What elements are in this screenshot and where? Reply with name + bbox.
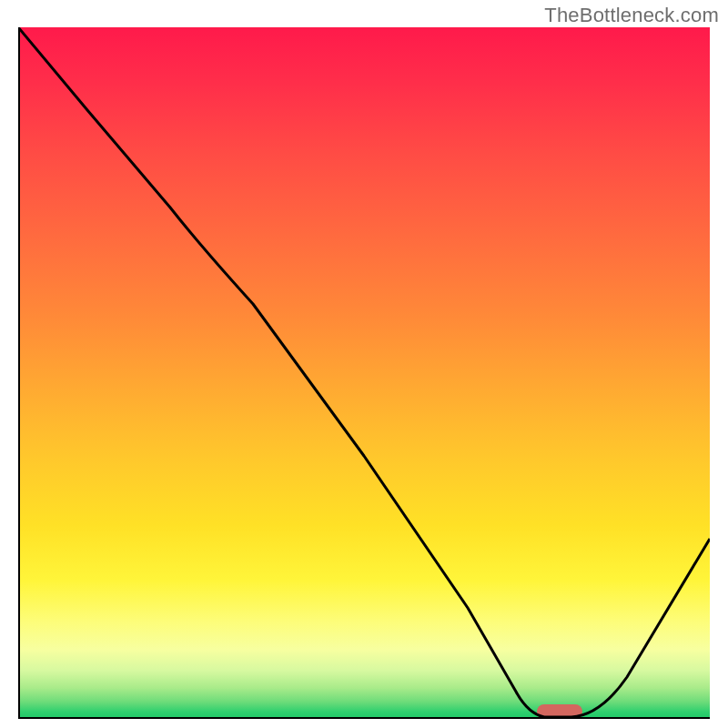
plot-area [18,27,710,719]
bottleneck-curve [18,27,710,717]
chart-container: TheBottleneck.com [0,0,728,728]
watermark-text: TheBottleneck.com [544,4,719,27]
plot-svg [18,27,710,719]
